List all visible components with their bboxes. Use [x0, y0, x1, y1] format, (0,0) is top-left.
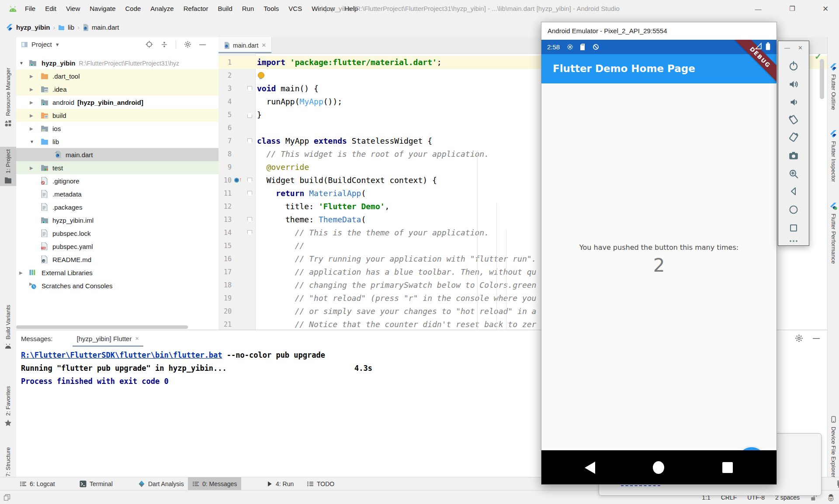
menu-navigate[interactable]: Navigate [85, 0, 120, 17]
overview-icon[interactable] [722, 462, 733, 473]
hide-icon[interactable]: — [813, 335, 820, 342]
back-button[interactable] [788, 186, 799, 197]
breadcrumb-file[interactable]: main.dart [92, 24, 119, 31]
home-icon[interactable] [653, 461, 664, 474]
tree-row-ios[interactable]: ▶ios [16, 122, 218, 135]
more-button[interactable] [788, 236, 799, 246]
close-tab-icon[interactable]: ✕ [261, 42, 266, 48]
tree-row-android[interactable]: ▶android[hyzp_yibin_android] [16, 96, 218, 109]
project-view-label[interactable]: Project [31, 41, 52, 48]
close-tab-icon[interactable]: × [135, 335, 139, 342]
tree-row-pubspec-yaml[interactable]: YMLpubspec.yaml [16, 240, 218, 253]
fold-end-icon[interactable] [247, 112, 252, 118]
screenshot-button[interactable] [788, 150, 799, 161]
messages-tab[interactable]: [hyzp_yibin] Flutter × [73, 330, 143, 347]
tree-row--metadata[interactable]: .metadata [16, 187, 218, 200]
toolwindow-button-4-run[interactable]: 4: Run [262, 477, 298, 490]
toolwindow-button-6-logcat[interactable]: 6: Logcat [15, 477, 59, 490]
menu-run[interactable]: Run [237, 0, 259, 17]
tree-row-readme-md[interactable]: MREADME.md [16, 253, 218, 266]
maximize-button[interactable]: ❐ [782, 0, 802, 17]
menu-file[interactable]: File [20, 0, 40, 17]
close-button[interactable]: ✕ [815, 0, 836, 17]
minimize-button[interactable]: — [748, 0, 768, 17]
overview-button[interactable] [788, 223, 799, 233]
sidebar-item-resource-manager[interactable]: Resource Manager [0, 65, 16, 130]
menu-tools[interactable]: Tools [259, 0, 284, 17]
menu-code[interactable]: Code [120, 0, 146, 17]
sidebar-item-build-variants[interactable]: Build Variants [0, 302, 16, 352]
horizontal-scrollbar[interactable] [16, 325, 188, 329]
tree-row-test[interactable]: ▶test [16, 161, 218, 174]
tab-main-dart[interactable]: main.dart ✕ [218, 37, 272, 53]
collapse-arrow-icon[interactable]: ▼ [30, 139, 34, 144]
fold-start-icon[interactable] [247, 230, 252, 236]
menu-analyze[interactable]: Analyze [146, 0, 178, 17]
power-button[interactable] [788, 60, 799, 72]
sidebar-item-flutter-outline[interactable]: Flutter Outline [828, 61, 839, 113]
rotate-right-button[interactable] [788, 131, 799, 143]
zoom-button[interactable] [788, 168, 799, 180]
tree-row-pubspec-lock[interactable]: pubspec.lock [16, 227, 218, 240]
collapse-arrow-icon[interactable]: ▼ [19, 61, 24, 66]
menu-build[interactable]: Build [213, 0, 237, 17]
emulator-screen[interactable]: 2:58 Flutter Demo Home Page DEBUG You ha… [541, 40, 777, 484]
breadcrumb-lib[interactable]: lib [68, 24, 74, 31]
expand-arrow-icon[interactable]: ▶ [30, 113, 33, 118]
tree-row-external-libraries[interactable]: ▶External Libraries [16, 266, 218, 279]
collapse-all-icon[interactable] [161, 41, 168, 48]
volume-up-button[interactable] [788, 79, 799, 90]
expand-arrow-icon[interactable]: ▶ [30, 126, 33, 131]
minimize-icon[interactable]: — [784, 45, 790, 51]
fold-start-icon[interactable] [247, 86, 252, 92]
tree-row-hyzp-yibin[interactable]: ▼hyzp_yibinR:\FlutterProject\FlutterProj… [16, 56, 218, 69]
fold-start-icon[interactable] [247, 178, 252, 183]
tree-row-lib[interactable]: ▼lib [16, 135, 218, 148]
expand-arrow-icon[interactable]: ▶ [30, 166, 33, 170]
tree-row-hyzp-yibin-iml[interactable]: hyzp_yibin.iml [16, 214, 218, 227]
sidebar-item--project[interactable]: 1: Project [0, 147, 16, 186]
menu-refactor[interactable]: Refactor [179, 0, 213, 17]
tree-row-main-dart[interactable]: main.dart [16, 148, 218, 161]
editor-scrollbar[interactable] [820, 59, 824, 99]
tool-window-toggle-icon[interactable] [3, 494, 10, 501]
expand-arrow-icon[interactable]: ▶ [30, 74, 33, 79]
home-button[interactable] [788, 204, 799, 215]
hide-icon[interactable]: — [199, 41, 206, 48]
tree-row-scratches-and-consoles[interactable]: Scratches and Consoles [16, 279, 218, 292]
expand-arrow-icon[interactable]: ▶ [19, 270, 23, 275]
sidebar-item-flutter-performance[interactable]: Flutter Performance [828, 200, 839, 266]
fold-start-icon[interactable] [247, 138, 252, 144]
tree-row--dart-tool[interactable]: ▶.dart_tool [16, 69, 218, 83]
gear-icon[interactable] [184, 41, 191, 48]
sidebar-item--favorites[interactable]: 2: Favorites [0, 383, 16, 429]
override-marker-icon[interactable] [234, 178, 239, 183]
volume-down-button[interactable] [788, 97, 799, 108]
fold-start-icon[interactable] [247, 217, 252, 223]
rotate-left-button[interactable] [788, 114, 799, 125]
sidebar-item-device-file-explorer[interactable]: Device File Explorer [828, 413, 839, 480]
console-file-link[interactable]: R:\Flutter\FlutterSDK\flutter\bin\flutte… [21, 351, 222, 359]
menu-view[interactable]: View [61, 0, 85, 17]
menu-edit[interactable]: Edit [40, 0, 61, 17]
toolwindow-button-terminal[interactable]: Terminal [75, 477, 117, 490]
locate-icon[interactable] [146, 41, 153, 48]
sidebar-item-flutter-inspector[interactable]: Flutter Inspector [828, 128, 839, 185]
fold-start-icon[interactable] [247, 191, 252, 197]
toolwindow-button-dart-analysis[interactable]: Dart Analysis [134, 477, 188, 490]
breadcrumb-project[interactable]: hyzp_yibin [16, 24, 50, 31]
tree-row--idea[interactable]: ▶.idea [16, 83, 218, 96]
tree-row--packages[interactable]: .packages [16, 200, 218, 214]
expand-arrow-icon[interactable]: ▶ [30, 87, 33, 92]
tree-row-build[interactable]: ▶build [16, 109, 218, 122]
chevron-down-icon[interactable]: ▼ [55, 42, 60, 47]
toolwindow-button-0-messages[interactable]: 0: Messages [188, 477, 241, 490]
intention-bulb-icon[interactable] [258, 72, 264, 79]
toolwindow-button-todo[interactable]: TODO [302, 477, 339, 490]
close-icon[interactable]: ✕ [798, 45, 803, 51]
gear-icon[interactable] [795, 334, 803, 342]
menu-vcs[interactable]: VCS [284, 0, 307, 17]
expand-arrow-icon[interactable]: ▶ [30, 100, 33, 105]
back-icon[interactable] [585, 462, 595, 474]
tree-row--gitignore[interactable]: .gitignore [16, 174, 218, 187]
